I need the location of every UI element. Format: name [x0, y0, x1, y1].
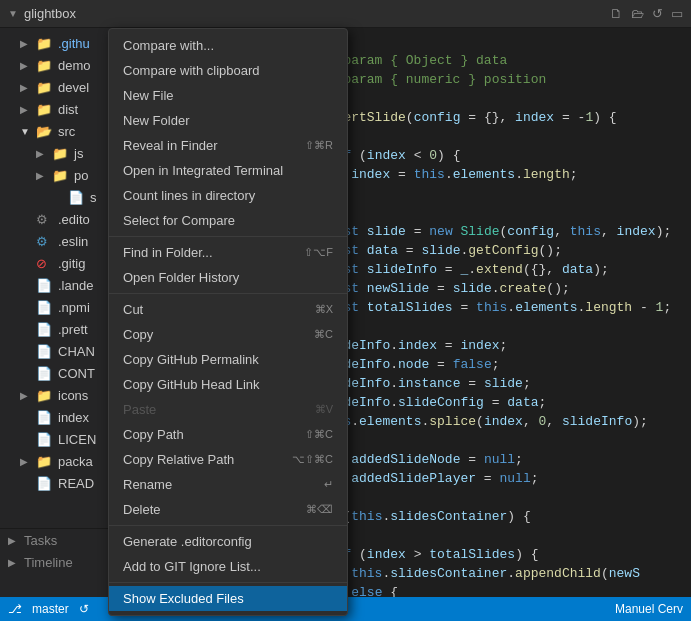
- arrow-icon: ▼: [20, 126, 36, 137]
- menu-item-label: Find in Folder...: [123, 245, 213, 260]
- git-branch-icon: ⎇: [8, 602, 22, 616]
- file-icon: 📄: [36, 344, 54, 359]
- menu-item-count-lines[interactable]: Count lines in directory: [109, 183, 347, 208]
- arrow-icon: ▶: [20, 390, 36, 401]
- menu-item-open-terminal[interactable]: Open in Integrated Terminal: [109, 158, 347, 183]
- code-line: [320, 317, 691, 336]
- tree-item-label: dist: [58, 102, 78, 117]
- menu-shortcut: ⇧⌘R: [305, 139, 333, 152]
- menu-separator: [109, 236, 347, 237]
- menu-item-show-excluded-files[interactable]: Show Excluded Files: [109, 586, 347, 611]
- menu-item-label: Open in Integrated Terminal: [123, 163, 283, 178]
- menu-item-reveal-finder[interactable]: Reveal in Finder ⇧⌘R: [109, 133, 347, 158]
- code-line: slideInfo.slideConfig = data;: [320, 393, 691, 412]
- menu-item-label: Copy GitHub Head Link: [123, 377, 260, 392]
- arrow-icon: ▶: [36, 148, 52, 159]
- tree-item-label: devel: [58, 80, 89, 95]
- new-folder-icon[interactable]: 🗁: [631, 6, 644, 21]
- menu-item-label: Cut: [123, 302, 143, 317]
- menu-item-compare-with[interactable]: Compare with...: [109, 33, 347, 58]
- menu-item-new-folder[interactable]: New Folder: [109, 108, 347, 133]
- menu-item-label: Show Excluded Files: [123, 591, 244, 606]
- code-line: if (index > totalSlides) {: [320, 545, 691, 564]
- menu-item-label: Copy Relative Path: [123, 452, 234, 467]
- code-line: insertSlide(config = {}, index = -1) {: [320, 108, 691, 127]
- collapse-icon[interactable]: ▭: [671, 6, 683, 21]
- tree-item-label: .lande: [58, 278, 93, 293]
- expand-arrow: ▼: [8, 8, 18, 19]
- menu-item-rename[interactable]: Rename ↵: [109, 472, 347, 497]
- menu-shortcut: ↵: [324, 478, 333, 491]
- arrow-icon: ▶: [20, 82, 36, 93]
- folder-icon: 📁: [36, 58, 54, 73]
- tree-item-label: .githu: [58, 36, 90, 51]
- menu-item-label: New Folder: [123, 113, 189, 128]
- file-icon: 📄: [36, 278, 54, 293]
- file-icon: 📄: [36, 366, 54, 381]
- code-line: slideInfo.index = index;: [320, 336, 691, 355]
- new-file-icon[interactable]: 🗋: [610, 6, 623, 21]
- menu-item-label: Paste: [123, 402, 156, 417]
- menu-item-label: Generate .editorconfig: [123, 534, 252, 549]
- tree-item-label: READ: [58, 476, 94, 491]
- menu-item-copy-path[interactable]: Copy Path ⇧⌘C: [109, 422, 347, 447]
- title-bar: ▼ glightbox 🗋 🗁 ↺ ▭: [0, 0, 691, 28]
- menu-item-copy-github-headlink[interactable]: Copy GitHub Head Link: [109, 372, 347, 397]
- tree-item-label: .edito: [58, 212, 90, 227]
- folder-icon: 📁: [36, 454, 54, 469]
- folder-icon: 📁: [36, 388, 54, 403]
- menu-item-new-file[interactable]: New File: [109, 83, 347, 108]
- menu-item-paste[interactable]: Paste ⌘V: [109, 397, 347, 422]
- arrow-icon: ▶: [20, 104, 36, 115]
- arrow-icon: ▶: [20, 38, 36, 49]
- file-icon: 📄: [36, 410, 54, 425]
- tree-item-label: LICEN: [58, 432, 96, 447]
- file-icon: 📄: [68, 190, 86, 205]
- tree-item-label: .npmi: [58, 300, 90, 315]
- code-line: [320, 526, 691, 545]
- menu-item-cut[interactable]: Cut ⌘X: [109, 297, 347, 322]
- file-icon: 📄: [36, 432, 54, 447]
- context-menu: Compare with... Compare with clipboard N…: [108, 28, 348, 616]
- menu-shortcut: ⌥⇧⌘C: [292, 453, 333, 466]
- menu-item-copy[interactable]: Copy ⌘C: [109, 322, 347, 347]
- menu-item-find-folder[interactable]: Find in Folder... ⇧⌥F: [109, 240, 347, 265]
- code-line: [320, 431, 691, 450]
- menu-item-compare-clipboard[interactable]: Compare with clipboard: [109, 58, 347, 83]
- tree-item-label: CHAN: [58, 344, 95, 359]
- refresh-icon[interactable]: ↺: [652, 6, 663, 21]
- menu-item-label: Copy GitHub Permalink: [123, 352, 259, 367]
- menu-item-folder-history[interactable]: Open Folder History: [109, 265, 347, 290]
- menu-item-label: New File: [123, 88, 174, 103]
- menu-shortcut: ⇧⌥F: [304, 246, 333, 259]
- menu-item-copy-github-permalink[interactable]: Copy GitHub Permalink: [109, 347, 347, 372]
- menu-item-select-compare[interactable]: Select for Compare: [109, 208, 347, 233]
- tree-item-label: js: [74, 146, 83, 161]
- code-line: this.elements.splice(index, 0, slideInfo…: [320, 412, 691, 431]
- folder-icon: 📁: [36, 36, 54, 51]
- menu-item-label: Add to GIT Ignore List...: [123, 559, 261, 574]
- sync-icon[interactable]: ↺: [79, 602, 89, 616]
- file-icon: 📄: [36, 322, 54, 337]
- arrow-icon: ▶: [36, 170, 52, 181]
- file-icon: ⚙: [36, 212, 54, 227]
- git-branch-label[interactable]: master: [32, 602, 69, 616]
- title-bar-title: glightbox: [24, 6, 76, 21]
- code-line: }: [320, 184, 691, 203]
- code-line: [320, 488, 691, 507]
- code-line: const totalSlides = this.elements.length…: [320, 298, 691, 317]
- code-line: let addedSlidePlayer = null;: [320, 469, 691, 488]
- arrow-icon: ▶: [20, 456, 36, 467]
- menu-item-delete[interactable]: Delete ⌘⌫: [109, 497, 347, 522]
- menu-shortcut: ⌘C: [314, 328, 333, 341]
- menu-item-add-gitignore[interactable]: Add to GIT Ignore List...: [109, 554, 347, 579]
- code-line: const slide = new Slide(config, this, in…: [320, 222, 691, 241]
- code-line: [320, 89, 691, 108]
- tree-item-label: s: [90, 190, 97, 205]
- menu-item-generate-editorconfig[interactable]: Generate .editorconfig: [109, 529, 347, 554]
- tree-item-label: packa: [58, 454, 93, 469]
- folder-icon: 📂: [36, 124, 54, 139]
- menu-separator: [109, 525, 347, 526]
- code-line: [320, 127, 691, 146]
- menu-item-copy-relative-path[interactable]: Copy Relative Path ⌥⇧⌘C: [109, 447, 347, 472]
